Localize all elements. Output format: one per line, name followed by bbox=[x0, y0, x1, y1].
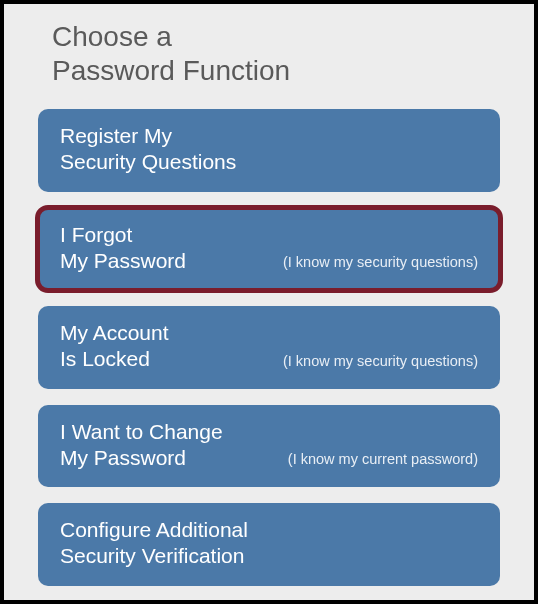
password-function-panel: Choose a Password Function Register My S… bbox=[0, 0, 538, 604]
register-security-questions-button[interactable]: Register My Security Questions bbox=[38, 109, 500, 192]
option-sublabel: (I know my security questions) bbox=[283, 353, 478, 373]
option-label: I Want to Change My Password bbox=[60, 419, 223, 472]
option-label: Register My Security Questions bbox=[60, 123, 236, 176]
option-label: My Account Is Locked bbox=[60, 320, 169, 373]
option-list: Register My Security Questions I Forgot … bbox=[38, 109, 500, 586]
option-label: I Forgot My Password bbox=[60, 222, 186, 275]
forgot-password-button[interactable]: I Forgot My Password (I know my security… bbox=[38, 208, 500, 291]
title-line-2: Password Function bbox=[52, 54, 500, 88]
option-label: Configure Additional Security Verificati… bbox=[60, 517, 248, 570]
page-title: Choose a Password Function bbox=[52, 20, 500, 87]
option-sublabel: (I know my security questions) bbox=[283, 254, 478, 274]
title-line-1: Choose a bbox=[52, 20, 500, 54]
configure-security-verification-button[interactable]: Configure Additional Security Verificati… bbox=[38, 503, 500, 586]
change-password-button[interactable]: I Want to Change My Password (I know my … bbox=[38, 405, 500, 488]
option-sublabel: (I know my current password) bbox=[288, 451, 478, 471]
account-locked-button[interactable]: My Account Is Locked (I know my security… bbox=[38, 306, 500, 389]
